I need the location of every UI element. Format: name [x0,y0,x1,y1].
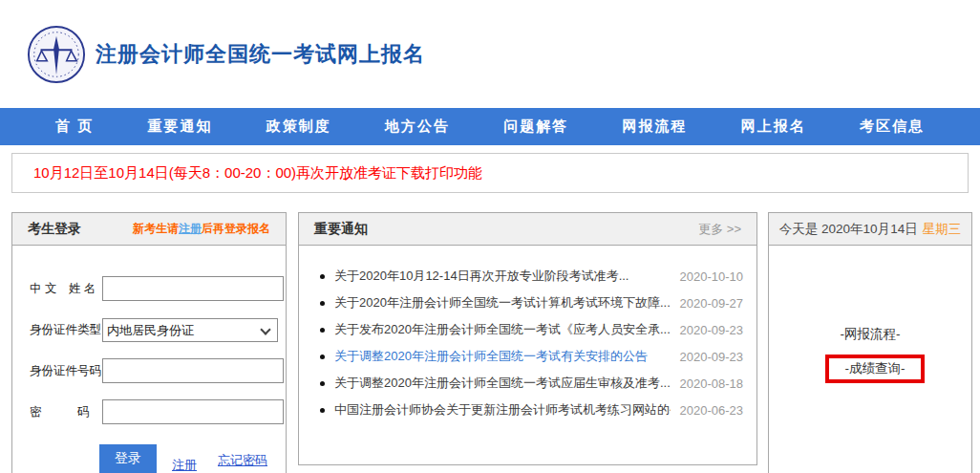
list-item: 关于调整2020年注册会计师全国统一考试应届生审核及准考... 2020-08-… [312,370,743,397]
notices-panel: 重要通知 更多 >> 关于2020年10月12-14日再次开放专业阶段考试准考.… [298,212,757,465]
login-actions: 登录 注册 忘记密码 [30,444,278,473]
cicpa-logo-icon [27,25,86,84]
notices-title: 重要通知 [314,221,368,238]
notice-link[interactable]: 关于发布2020年注册会计师全国统一考试《应考人员安全承... [334,321,671,338]
notice-list: 关于2020年10月12-14日再次开放专业阶段考试准考... 2020-10-… [299,246,756,423]
id-number-label: 身份证件号码 [30,363,102,379]
site-header: 注册会计师全国统一考试网上报名 [0,0,980,108]
nav-exam-area-info[interactable]: 考区信息 [860,118,925,136]
page: 注册会计师全国统一考试网上报名 首 页 重要通知 政策制度 地方公告 问题解答 … [0,0,980,473]
today-weekday: 星期三 [923,221,962,238]
score-query-highlight-box: -成绩查询- [825,355,925,383]
main-nav: 首 页 重要通知 政策制度 地方公告 问题解答 网报流程 网上报名 考区信息 [0,108,980,145]
notice-date: 2020-10-10 [680,269,744,284]
bullet-icon [320,274,325,279]
id-type-select-wrap: 内地居民身份证 [102,318,278,342]
nav-local-announcements[interactable]: 地方公告 [385,118,450,136]
today-panel-header: 今天是 2020年10月14日 星期三 [769,213,971,246]
list-item: 关于2020年注册会计师全国统一考试计算机考试环境下故障... 2020-09-… [312,290,743,316]
list-item: 关于调整2020年注册会计师全国统一考试有关安排的公告 2020-09-23 [312,343,743,370]
more-link[interactable]: 更多 >> [698,221,741,238]
nav-online-registration[interactable]: 网上报名 [741,118,806,136]
id-type-row: 身份证件类型 内地居民身份证 [30,317,278,342]
notice-date: 2020-09-23 [680,323,744,337]
id-type-select[interactable]: 内地居民身份证 [102,318,278,342]
notice-banner: 10月12日至10月14日(每天8：00-20：00)再次开放准考证下载打印功能 [11,153,969,193]
list-item: 关于发布2020年注册会计师全国统一考试《应考人员安全承... 2020-09-… [312,316,743,343]
nav-policies[interactable]: 政策制度 [266,118,331,136]
bullet-icon [320,301,325,306]
name-input[interactable] [102,276,284,301]
site-title: 注册会计师全国统一考试网上报名 [96,40,425,69]
forgot-password-link[interactable]: 忘记密码 [218,452,267,469]
today-date: 今天是 2020年10月14日 [779,221,918,238]
id-type-label: 身份证件类型 [30,322,102,338]
login-button[interactable]: 登录 [99,444,157,473]
register-link[interactable]: 注册 [172,457,197,473]
login-subtitle: 新考生请注册后再登录报名 [133,221,270,237]
bullet-icon [320,328,325,333]
notice-date: 2020-09-23 [680,350,744,364]
notice-date: 2020-09-27 [680,296,744,311]
login-subtitle-suffix: 后再登录报名 [202,222,270,235]
id-number-row: 身份证件号码 [30,358,278,383]
list-item: 中国注册会计师协会关于更新注册会计师考试机考练习网站的公... 2020-06-… [312,397,743,423]
bullet-icon [320,408,325,413]
nav-home[interactable]: 首 页 [55,118,94,136]
login-panel-header: 考生登录 新考生请注册后再登录报名 [12,213,286,246]
login-form: 中 文 姓 名 身份证件类型 内地居民身份证 身份证件号码 密 码 [12,246,286,473]
nav-registration-process[interactable]: 网报流程 [622,118,687,136]
register-inline-link[interactable]: 注册 [179,222,202,235]
notice-date: 2020-08-18 [680,376,744,391]
notice-link[interactable]: 关于2020年注册会计师全国统一考试计算机考试环境下故障... [334,294,671,312]
name-row: 中 文 姓 名 [30,276,278,301]
id-number-input[interactable] [102,358,284,383]
notice-link[interactable]: 关于2020年10月12-14日再次开放专业阶段考试准考... [334,268,671,285]
bullet-icon [320,381,325,386]
notice-banner-text: 10月12日至10月14日(每天8：00-20：00)再次开放准考证下载打印功能 [33,164,482,183]
notice-link[interactable]: 关于调整2020年注册会计师全国统一考试应届生审核及准考... [334,375,671,392]
nav-important-notices[interactable]: 重要通知 [147,118,212,136]
login-panel: 考生登录 新考生请注册后再登录报名 中 文 姓 名 身份证件类型 内地居民身份证… [11,212,287,473]
score-query-link[interactable]: -成绩查询- [845,360,905,377]
name-label: 中 文 姓 名 [30,281,102,297]
bullet-icon [320,355,325,359]
login-title: 考生登录 [28,221,81,238]
list-item: 关于2020年10月12-14日再次开放专业阶段考试准考... 2020-10-… [312,263,743,290]
today-panel: 今天是 2020年10月14日 星期三 -网报流程- -成绩查询- [768,212,972,473]
notice-date: 2020-06-23 [680,403,744,418]
password-row: 密 码 [30,399,278,424]
password-input[interactable] [102,399,284,424]
registration-process-link[interactable]: -网报流程- [769,326,971,343]
notices-panel-header: 重要通知 更多 >> [299,213,756,246]
notice-link[interactable]: 关于调整2020年注册会计师全国统一考试有关安排的公告 [334,348,671,365]
password-label: 密 码 [30,404,102,420]
nav-faq[interactable]: 问题解答 [503,118,568,136]
notice-link[interactable]: 中国注册会计师协会关于更新注册会计师考试机考练习网站的公... [334,401,671,419]
login-subtitle-prefix: 新考生请 [133,222,179,235]
